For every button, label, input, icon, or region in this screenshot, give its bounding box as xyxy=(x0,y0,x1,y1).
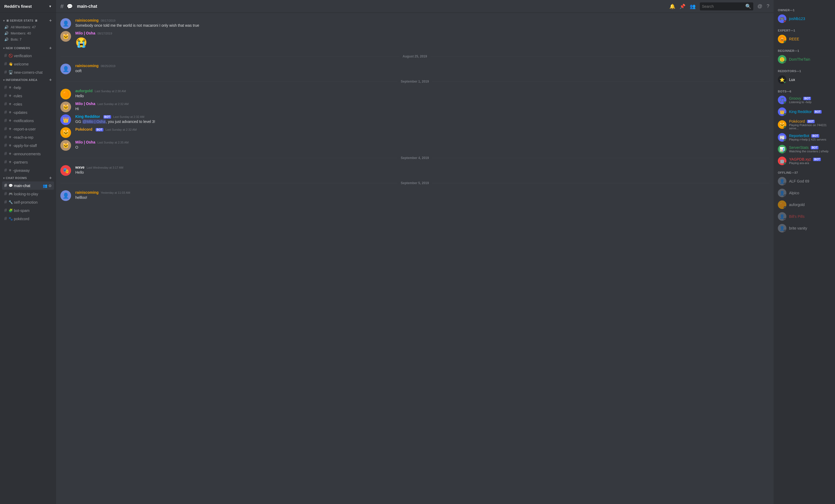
channel-bot-spam[interactable]: #🧩bot-spam xyxy=(2,206,54,215)
list-item[interactable]: 🟠 auforgold xyxy=(776,199,833,210)
list-item[interactable]: 🐱 Pokécord BOT Playing Pokémon on 744221… xyxy=(776,118,833,132)
member-name: Bill's Pills xyxy=(789,214,831,219)
redditors-category-label: REDDITORS—1 xyxy=(776,65,833,74)
list-item[interactable]: 👤 brite vanity xyxy=(776,222,833,234)
messages-area: 👤 rainiscoming 08/17/2019 Somebody once … xyxy=(56,13,774,504)
avatar: 👤 xyxy=(778,177,787,185)
avatar: 🎭 xyxy=(60,165,71,176)
avatar: 📊 xyxy=(778,145,787,154)
message-content: Milo | Osha 08/17/2019 😭 xyxy=(75,31,769,49)
channel-new-comers-chat[interactable]: # 🖥️ new-comers-chat xyxy=(2,68,54,76)
message-header: Pokécord BOT Last Sunday at 2:32 AM xyxy=(75,127,769,132)
stats-add-icon[interactable]: + xyxy=(49,18,52,23)
avatar: 🐱 xyxy=(60,127,71,138)
status-badge xyxy=(784,195,787,197)
channel-main-chat-actions: 👥 ⚙ xyxy=(43,184,52,188)
chat-rooms-header[interactable]: ▾ CHAT ROOMS + xyxy=(2,175,54,181)
channel-apply-for-staff[interactable]: #⚜-apply-for-staff xyxy=(2,141,54,150)
member-info: ALF God 69 xyxy=(789,179,831,183)
category-new-commers: ▾ NEW COMMERS + # 🚫 verification # 👋 wel… xyxy=(0,45,56,76)
list-item[interactable]: 😡 REEE xyxy=(776,33,833,45)
message-time: Yesterday at 11:03 AM xyxy=(101,191,130,194)
new-commers-header[interactable]: ▾ NEW COMMERS + xyxy=(2,45,54,52)
channel-partners[interactable]: #⚜-partners xyxy=(2,158,54,166)
channel-roles[interactable]: #⚜-roles xyxy=(2,100,54,108)
channel-notifications[interactable]: #⚜-notifications xyxy=(2,117,54,125)
list-item[interactable]: 🎵 Groovy BOT Listening to -help xyxy=(776,94,833,106)
bot-badge: BOT xyxy=(803,97,811,100)
list-item[interactable]: 👑 King Redditor BOT xyxy=(776,106,833,118)
table-row: 🐱 Pokécord BOT Last Sunday at 2:32 AM xyxy=(56,126,774,139)
date-divider-aug25: August 25, 2019 xyxy=(60,55,769,58)
hash-icon: # xyxy=(4,109,7,115)
member-info: joshlb123 xyxy=(789,17,831,21)
channel-pokecord[interactable]: #🐾pokécord xyxy=(2,215,54,223)
chat-header: # 💬 main-chat 🔔 📌 👥 🔍 @ ? xyxy=(56,0,774,13)
channel-reach-a-rep[interactable]: #⚜-reach-a-rep xyxy=(2,133,54,141)
channel-rules[interactable]: #⚜-rules xyxy=(2,92,54,100)
category-chat-rooms: ▾ CHAT ROOMS + # 💬 main-chat 👥 ⚙ #🎮looki… xyxy=(0,175,56,223)
channel-welcome[interactable]: # 👋 welcome xyxy=(2,60,54,68)
avatar: 👤 xyxy=(778,212,787,221)
member-info: ReporterBot BOT Playing r=help || 425 se… xyxy=(789,134,831,141)
channel-name: welcome xyxy=(14,62,52,66)
pin-icon[interactable]: 📌 xyxy=(679,3,686,9)
info-add-icon[interactable]: + xyxy=(49,78,52,82)
bots-category-label: BOTS—6 xyxy=(776,85,833,94)
members-list-icon[interactable]: 👥 xyxy=(690,3,696,9)
avatar: 🐱 xyxy=(778,120,787,129)
message-author: rainiscoming xyxy=(75,18,99,22)
channel-main-chat[interactable]: # 💬 main-chat 👥 ⚙ xyxy=(2,181,54,190)
channel-self-promotion[interactable]: #🔧self-promotion xyxy=(2,198,54,206)
expert-category-label: EXPERT—1 xyxy=(776,25,833,33)
message-time: Last Wednesday at 3:17 AM xyxy=(86,166,123,169)
at-icon[interactable]: @ xyxy=(757,3,762,9)
hash-icon: # xyxy=(4,61,7,67)
channel-looking-to-play[interactable]: #🎮looking-to-play xyxy=(2,190,54,198)
table-row: 👤 rainiscoming Yesterday at 11:03 AM hel… xyxy=(56,189,774,202)
member-status: Playing r=help || 425 servers xyxy=(789,138,831,141)
message-author: Milo | Osha xyxy=(75,102,95,106)
channel-giveaway[interactable]: #⚜-giveaway xyxy=(2,166,54,175)
help-icon[interactable]: ? xyxy=(767,3,769,9)
mention: @Milo | Osha xyxy=(82,119,106,124)
channel-verification[interactable]: # 🚫 verification xyxy=(2,52,54,60)
settings-action-icon[interactable]: ⚙ xyxy=(48,184,52,188)
hash-icon: # xyxy=(4,199,7,205)
list-item[interactable]: 🤖 YAGPDB.xyz BOT Playing ara-ara xyxy=(776,155,833,167)
new-commers-label: NEW COMMERS xyxy=(6,46,30,50)
server-header[interactable]: Reddit's finest ▼ xyxy=(0,0,56,13)
channel-updates[interactable]: #⚜-updates xyxy=(2,108,54,117)
list-item[interactable]: ⭐ Lux xyxy=(776,74,833,85)
hash-icon: # xyxy=(4,69,7,75)
members-action-icon[interactable]: 👥 xyxy=(43,184,47,188)
status-badge xyxy=(784,41,787,43)
avatar: 😡 xyxy=(778,35,787,43)
list-item[interactable]: 🎮 joshlb123 xyxy=(776,13,833,25)
list-item[interactable]: 👤 ALF God 69 xyxy=(776,175,833,187)
member-info: DomTheTain xyxy=(789,57,831,61)
message-content: King Redditor BOT Last Sunday at 2:32 AM… xyxy=(75,114,769,125)
chat-rooms-chevron: ▾ xyxy=(3,177,5,180)
list-item[interactable]: 👤 Alpico xyxy=(776,187,833,199)
channel-help[interactable]: #⚜-help xyxy=(2,83,54,92)
search-icon: 🔍 xyxy=(745,3,751,9)
list-item[interactable]: 👤 Bill's Pills xyxy=(776,210,833,222)
information-area-header[interactable]: ▾ INFORMATION AREA + xyxy=(2,76,54,83)
list-item[interactable]: 🙂 DomTheTain xyxy=(776,54,833,65)
member-info: auforgold xyxy=(789,203,831,207)
member-status: Watching the counters | s/help xyxy=(789,150,831,153)
channel-report-a-user[interactable]: #⚜-report-a-user xyxy=(2,125,54,133)
channel-announcements[interactable]: #⚜-announcements xyxy=(2,150,54,158)
list-item[interactable]: 📰 ReporterBot BOT Playing r=help || 425 … xyxy=(776,132,833,143)
search-input[interactable] xyxy=(702,4,743,8)
hash-icon: # xyxy=(4,85,7,90)
bell-icon[interactable]: 🔔 xyxy=(669,3,675,9)
chat-rooms-add-icon[interactable]: + xyxy=(49,176,52,180)
channel-name: new-comers-chat xyxy=(14,70,52,75)
server-stats-header[interactable]: ▾ 🖥 SERVER STATS 🖥 + xyxy=(2,17,54,24)
search-bar[interactable]: 🔍 xyxy=(700,2,753,11)
member-name: joshlb123 xyxy=(789,17,831,21)
list-item[interactable]: 📊 ServerStats BOT Watching the counters … xyxy=(776,143,833,155)
new-commers-add-icon[interactable]: + xyxy=(49,46,52,51)
